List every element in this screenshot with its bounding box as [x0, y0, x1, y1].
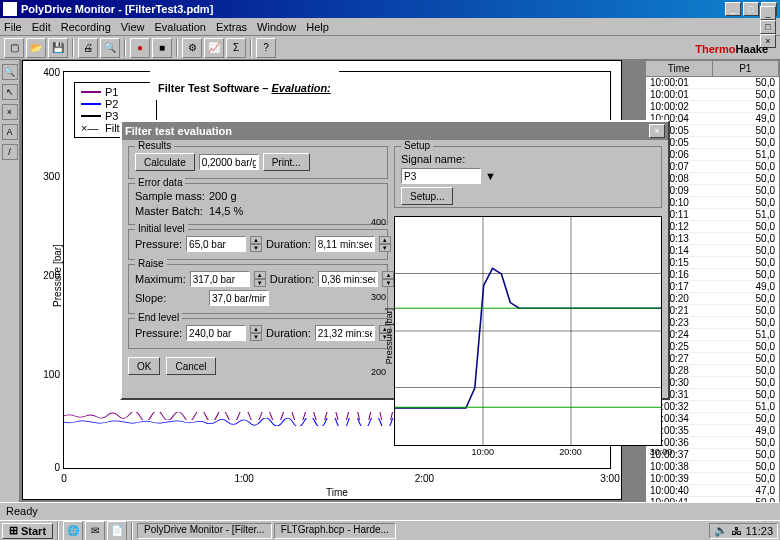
- print-icon[interactable]: 🖨: [78, 38, 98, 58]
- group-endlevel: End level Pressure: ▲▼ Duration: ▲▼: [128, 318, 388, 349]
- menu-evaluation[interactable]: Evaluation: [155, 21, 206, 33]
- side-toolbar: 🔍 ↖ × A /: [0, 60, 20, 520]
- new-icon[interactable]: ▢: [4, 38, 24, 58]
- minimize-button[interactable]: _: [725, 2, 741, 16]
- start-button[interactable]: ⊞Start: [2, 523, 53, 539]
- chevron-down-icon[interactable]: ▼: [485, 170, 496, 182]
- task-button[interactable]: PolyDrive Monitor - [Filter...: [137, 523, 272, 539]
- menubar: File Edit Recording View Evaluation Extr…: [0, 18, 780, 36]
- eval-icon[interactable]: Σ: [226, 38, 246, 58]
- evaluation-dialog: Filter test evaluation × Results Calcula…: [120, 120, 670, 400]
- table-row[interactable]: 10:00:4047,0: [646, 485, 779, 497]
- tool-icon[interactable]: ⚙: [182, 38, 202, 58]
- menu-extras[interactable]: Extras: [216, 21, 247, 33]
- table-row[interactable]: 10:00:0150,0: [646, 89, 779, 101]
- spin-icon[interactable]: ▲▼: [382, 271, 394, 287]
- setup-button[interactable]: Setup...: [401, 187, 453, 205]
- group-raise: Raise Maximum: ▲▼ Duration: ▲▼ Slope:: [128, 264, 388, 314]
- menu-view[interactable]: View: [121, 21, 145, 33]
- result-value[interactable]: [199, 154, 259, 170]
- dialog-close-button[interactable]: ×: [649, 124, 665, 138]
- app-icon: [3, 2, 17, 16]
- table-row[interactable]: 10:00:3251,0: [646, 401, 779, 413]
- quicklaunch-icon[interactable]: 🌐: [63, 521, 83, 541]
- group-initial: Initial level Pressure: ▲▼ Duration: ▲▼: [128, 229, 388, 260]
- col-p1[interactable]: P1: [713, 61, 780, 76]
- group-setup: Setup Signal name: ▼ Setup...: [394, 146, 662, 208]
- menu-file[interactable]: File: [4, 21, 22, 33]
- end-pressure-input[interactable]: [186, 325, 246, 341]
- spin-icon[interactable]: ▲▼: [250, 236, 262, 252]
- statusbar: Ready: [0, 502, 780, 520]
- ok-button[interactable]: OK: [128, 357, 160, 375]
- window-title: PolyDrive Monitor - [FilterTest3.pdm]: [21, 3, 725, 15]
- maximize-button[interactable]: □: [743, 2, 759, 16]
- task-button[interactable]: FLTGraph.bcp - Harde...: [274, 523, 396, 539]
- pointer-icon[interactable]: ↖: [2, 84, 18, 100]
- menu-recording[interactable]: Recording: [61, 21, 111, 33]
- cancel-button[interactable]: Cancel: [166, 357, 215, 375]
- mdi-maximize-button[interactable]: □: [760, 20, 776, 34]
- end-duration-input[interactable]: [315, 325, 375, 341]
- signal-select[interactable]: [401, 168, 481, 184]
- raise-max-input[interactable]: [190, 271, 250, 287]
- initial-duration-input[interactable]: [315, 236, 375, 252]
- spin-icon[interactable]: ▲▼: [250, 325, 262, 341]
- menu-edit[interactable]: Edit: [32, 21, 51, 33]
- stop-icon[interactable]: ■: [152, 38, 172, 58]
- col-time[interactable]: Time: [646, 61, 713, 76]
- overlay-title: Filter Test Software – Evaluation:: [150, 70, 339, 100]
- mdi-minimize-button[interactable]: _: [760, 6, 776, 20]
- table-row[interactable]: 10:00:3549,0: [646, 425, 779, 437]
- print-button[interactable]: Print...: [263, 153, 310, 171]
- initial-pressure-input[interactable]: [186, 236, 246, 252]
- dialog-title: Filter test evaluation: [125, 125, 649, 137]
- spin-icon[interactable]: ▲▼: [379, 236, 391, 252]
- brand-logo: ThermoHaake: [695, 40, 776, 56]
- tray-icon[interactable]: 🖧: [731, 525, 742, 537]
- text-icon[interactable]: A: [2, 124, 18, 140]
- menu-help[interactable]: Help: [306, 21, 329, 33]
- cross-icon[interactable]: ×: [2, 104, 18, 120]
- table-row[interactable]: 10:00:3950,0: [646, 473, 779, 485]
- system-tray[interactable]: 🔊 🖧 11:23: [709, 523, 778, 539]
- zoom-icon[interactable]: 🔍: [2, 64, 18, 80]
- raise-slope-input[interactable]: [209, 290, 269, 306]
- main-titlebar: PolyDrive Monitor - [FilterTest3.pdm] _ …: [0, 0, 780, 18]
- record-icon[interactable]: ●: [130, 38, 150, 58]
- dialog-chart[interactable]: Pressure [bar] 400 300 200 10:00 20:00 3…: [394, 216, 662, 446]
- raise-duration-input[interactable]: [318, 271, 378, 287]
- table-row[interactable]: 10:00:0150,0: [646, 77, 779, 89]
- save-icon[interactable]: 💾: [48, 38, 68, 58]
- line-icon[interactable]: /: [2, 144, 18, 160]
- table-row[interactable]: 10:00:0250,0: [646, 101, 779, 113]
- tray-icon[interactable]: 🔊: [714, 524, 728, 537]
- help-icon[interactable]: ?: [256, 38, 276, 58]
- calculate-button[interactable]: Calculate: [135, 153, 195, 171]
- spin-icon[interactable]: ▲▼: [254, 271, 266, 287]
- chart-icon[interactable]: 📈: [204, 38, 224, 58]
- open-icon[interactable]: 📂: [26, 38, 46, 58]
- toolbar: ▢ 📂 💾 🖨 🔍 ● ■ ⚙ 📈 Σ ? ThermoHaake: [0, 36, 780, 60]
- group-errordata: Error data Sample mass:200 g Master Batc…: [128, 183, 388, 225]
- windows-icon: ⊞: [9, 524, 18, 537]
- taskbar: ⊞Start 🌐 ✉ 📄 PolyDrive Monitor - [Filter…: [0, 520, 780, 540]
- table-row[interactable]: 10:00:3850,0: [646, 461, 779, 473]
- menu-window[interactable]: Window: [257, 21, 296, 33]
- quicklaunch-icon[interactable]: ✉: [85, 521, 105, 541]
- clock: 11:23: [745, 525, 773, 537]
- preview-icon[interactable]: 🔍: [100, 38, 120, 58]
- group-results: Results Calculate Print...: [128, 146, 388, 179]
- quicklaunch-icon[interactable]: 📄: [107, 521, 127, 541]
- table-row[interactable]: 10:00:3450,0: [646, 413, 779, 425]
